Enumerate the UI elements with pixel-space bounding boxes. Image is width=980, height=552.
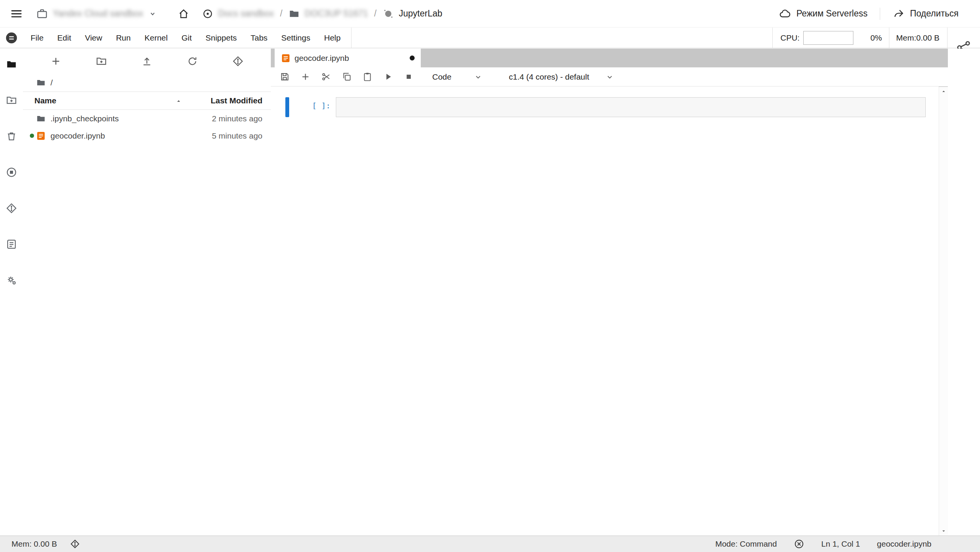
- breadcrumb-separator: /: [374, 8, 376, 19]
- code-cell: [ ]:: [271, 97, 939, 117]
- notebook-tab[interactable]: geocoder.ipynb: [275, 49, 421, 67]
- scroll-down-icon[interactable]: [941, 528, 947, 534]
- notebook-content: [ ]:: [271, 87, 939, 536]
- breadcrumb-separator: /: [280, 8, 282, 19]
- right-gutter: [948, 49, 980, 536]
- app-title: JupyterLab: [399, 8, 442, 19]
- menu-snippets[interactable]: Snippets: [199, 28, 244, 48]
- menu-run[interactable]: Run: [109, 28, 138, 48]
- vertical-scrollbar[interactable]: [939, 87, 948, 536]
- cell-prompt: [ ]:: [289, 97, 330, 117]
- file-modified: 5 minutes ago: [177, 131, 271, 140]
- upload-icon[interactable]: [141, 56, 153, 67]
- cursor-position[interactable]: Ln 1, Col 1: [821, 539, 860, 549]
- status-right: Mode: Command Ln 1, Col 1 geocoder.ipynb: [715, 539, 980, 549]
- new-file-plus-icon[interactable]: [50, 56, 62, 67]
- topbar-divider: [880, 8, 880, 20]
- menu-view[interactable]: View: [78, 28, 109, 48]
- share-arrow-icon: [892, 8, 905, 20]
- column-header-name[interactable]: Name: [23, 96, 177, 105]
- git-diamond-icon[interactable]: [232, 56, 244, 67]
- cell-type-select[interactable]: Code: [432, 72, 493, 82]
- new-folder-icon[interactable]: [96, 56, 107, 67]
- workspace-switcher[interactable]: Yandex Cloud sandbox: [36, 8, 158, 20]
- jupyter-logo-icon: [383, 8, 394, 20]
- git-panel-icon[interactable]: [6, 203, 17, 214]
- chevron-down-icon: [148, 9, 158, 19]
- menubar-divider: [351, 28, 352, 48]
- file-row[interactable]: geocoder.ipynb 5 minutes ago: [23, 127, 271, 144]
- kernel-select[interactable]: c1.4 (4 cores) - default: [509, 72, 625, 82]
- briefcase-icon: [36, 8, 48, 20]
- serverless-mode-label[interactable]: Режим Serverless: [796, 8, 868, 19]
- file-modified: 2 minutes ago: [177, 114, 271, 123]
- file-browser-toolbar: [23, 49, 271, 74]
- insert-cell-plus-icon[interactable]: [300, 72, 311, 82]
- resource-usage: CPU: 0% Mem:0.00 B: [772, 28, 947, 48]
- app-breadcrumb: JupyterLab: [383, 8, 442, 20]
- menu-tabs[interactable]: Tabs: [244, 28, 274, 48]
- notebook-icon: [281, 53, 291, 63]
- save-icon[interactable]: [279, 72, 290, 82]
- settings-gear-icon[interactable]: [6, 274, 17, 286]
- cut-scissors-icon[interactable]: [321, 72, 331, 82]
- menu-edit[interactable]: Edit: [50, 28, 78, 48]
- file-name: .ipynb_checkpoints: [50, 114, 119, 123]
- menu-kernel[interactable]: Kernel: [138, 28, 175, 48]
- share-button[interactable]: Поделиться: [910, 8, 959, 19]
- chevron-down-icon: [473, 72, 483, 82]
- cell-type-value: Code: [432, 72, 451, 82]
- folder-breadcrumb[interactable]: DOC3UP 51671: [288, 8, 368, 20]
- menu-file[interactable]: File: [24, 28, 50, 48]
- menubar: File Edit View Run Kernel Git Snippets T…: [0, 28, 980, 48]
- target-icon: [202, 8, 213, 20]
- trash-icon[interactable]: [6, 131, 17, 142]
- new-launcher-icon[interactable]: [6, 95, 17, 106]
- active-cell-indicator: [285, 97, 289, 117]
- tab-label: geocoder.ipynb: [295, 54, 349, 63]
- column-header-modified[interactable]: Last Modified: [177, 96, 271, 105]
- paste-icon[interactable]: [362, 72, 373, 82]
- file-row[interactable]: .ipynb_checkpoints 2 minutes ago: [23, 110, 271, 127]
- file-list-header: Name Last Modified: [23, 91, 271, 110]
- git-diamond-icon[interactable]: [70, 539, 80, 549]
- interrupt-kernel-icon[interactable]: [403, 72, 414, 82]
- run-cell-icon[interactable]: [383, 72, 393, 82]
- kernel-status-icon[interactable]: [794, 539, 804, 549]
- usage-divider: [889, 28, 889, 48]
- workspace-name: Yandex Cloud sandbox: [53, 8, 143, 19]
- chevron-down-icon: [604, 72, 615, 82]
- unsaved-changes-dot[interactable]: [410, 56, 415, 60]
- app-logo-icon[interactable]: [5, 31, 18, 45]
- folder-icon[interactable]: [36, 78, 46, 88]
- menu-help[interactable]: Help: [317, 28, 347, 48]
- running-sessions-icon[interactable]: [6, 167, 17, 178]
- mem-usage: Mem:0.00 B: [896, 33, 939, 42]
- topbar-left: Yandex Cloud sandbox Docs sandbox / DOC3…: [0, 6, 442, 22]
- file-browser-tab-icon[interactable]: [6, 59, 17, 70]
- memory-usage: Mem: 0.00 B: [11, 539, 57, 549]
- status-left: Mem: 0.00 B: [0, 539, 80, 549]
- main-dock-panel: geocoder.ipynb Code: [271, 49, 948, 536]
- project-name: Docs sandbox: [218, 8, 274, 19]
- menu-settings[interactable]: Settings: [274, 28, 317, 48]
- project-breadcrumb[interactable]: Docs sandbox: [202, 8, 274, 20]
- notebook-toolbar: Code c1.4 (4 cores) - default: [271, 67, 948, 87]
- hamburger-menu-icon[interactable]: [8, 6, 24, 22]
- refresh-icon[interactable]: [187, 56, 198, 67]
- command-mode-indicator[interactable]: Mode: Command: [715, 539, 777, 549]
- copy-icon[interactable]: [341, 72, 352, 82]
- code-cell-input[interactable]: [336, 97, 926, 117]
- scroll-up-icon[interactable]: [941, 88, 947, 95]
- status-bar: Mem: 0.00 B Mode: Command Ln 1, Col 1 ge…: [0, 536, 980, 552]
- active-file-name[interactable]: geocoder.ipynb: [877, 539, 931, 549]
- sort-ascending-icon[interactable]: [175, 98, 182, 105]
- breadcrumb-root[interactable]: /: [50, 78, 53, 87]
- kernel-running-dot: [30, 134, 34, 138]
- folder-icon: [36, 114, 46, 124]
- topbar: Yandex Cloud sandbox Docs sandbox / DOC3…: [0, 0, 980, 28]
- home-button[interactable]: [177, 8, 190, 20]
- menu-git[interactable]: Git: [174, 28, 199, 48]
- kernel-name: c1.4 (4 cores) - default: [509, 72, 589, 82]
- extensions-list-icon[interactable]: [6, 238, 17, 250]
